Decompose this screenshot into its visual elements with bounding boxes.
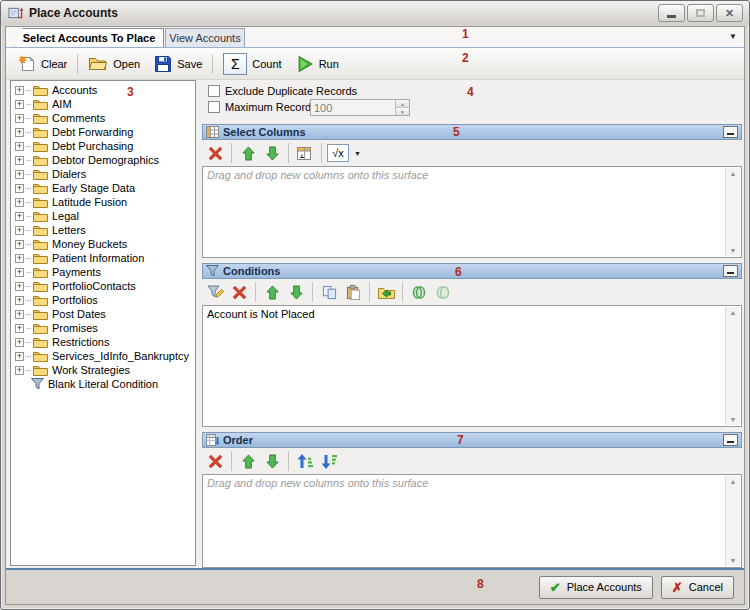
run-button[interactable]: Run bbox=[289, 50, 346, 78]
tree-expander-icon[interactable]: + bbox=[15, 310, 24, 319]
move-column-down-button[interactable] bbox=[261, 143, 283, 163]
tree-expander-icon[interactable]: + bbox=[15, 240, 24, 249]
sort-descending-button[interactable] bbox=[318, 451, 340, 471]
order-collapse-button[interactable] bbox=[723, 434, 738, 446]
tree-expander-icon[interactable]: + bbox=[15, 226, 24, 235]
tree-expander-icon[interactable]: + bbox=[15, 296, 24, 305]
tree-folder-row[interactable]: + AIM bbox=[11, 97, 195, 111]
place-accounts-button[interactable]: ✔ Place Accounts bbox=[539, 576, 653, 599]
rename-column-button[interactable] bbox=[294, 143, 316, 163]
count-button[interactable]: Σ Count bbox=[216, 50, 288, 78]
tree-folder-row[interactable]: + Debt Forwarding bbox=[11, 125, 195, 139]
tree-folder-row[interactable]: + Latitude Fusion bbox=[11, 195, 195, 209]
select-columns-surface[interactable]: Drag and drop new columns onto this surf… bbox=[202, 166, 742, 258]
tree-folder-row[interactable]: + Accounts bbox=[11, 83, 195, 97]
move-condition-up-button[interactable] bbox=[261, 282, 283, 302]
formula-button[interactable]: √x bbox=[327, 144, 349, 162]
move-order-down-button[interactable] bbox=[261, 451, 283, 471]
tree-expander-icon[interactable]: + bbox=[15, 268, 24, 277]
tree-folder-row[interactable]: + Dialers bbox=[11, 167, 195, 181]
copy-conditions-button[interactable] bbox=[318, 282, 340, 302]
tree-folder-row[interactable]: + Money Buckets bbox=[11, 237, 195, 251]
tree-expander-icon[interactable]: + bbox=[15, 184, 24, 193]
scroll-down-icon[interactable]: ▼ bbox=[730, 247, 737, 254]
tab-label: Select Accounts To Place bbox=[23, 32, 156, 44]
tree-expander-icon[interactable]: + bbox=[15, 128, 24, 137]
close-button[interactable]: ✕ bbox=[716, 4, 743, 22]
titlebar[interactable]: Place Accounts bbox=[1, 1, 749, 25]
tree-expander-icon[interactable]: + bbox=[15, 170, 24, 179]
tree-folder-row[interactable]: + Portfolios bbox=[11, 293, 195, 307]
maximum-records-checkbox[interactable] bbox=[208, 101, 220, 113]
tree-expander-icon[interactable]: + bbox=[15, 198, 24, 207]
tree-folder-row[interactable]: + PortfolioContacts bbox=[11, 279, 195, 293]
minimize-button[interactable] bbox=[658, 4, 685, 22]
tree-folder-row[interactable]: + Debtor Demographics bbox=[11, 153, 195, 167]
tree-folder-row[interactable]: + Services_IdInfo_Bankruptcy bbox=[11, 349, 195, 363]
tab-view-accounts[interactable]: View Accounts bbox=[165, 28, 245, 47]
scroll-down-icon[interactable]: ▼ bbox=[730, 557, 737, 564]
folder-tree[interactable]: + Accounts + AIM + Comments + Debt Forwa… bbox=[10, 80, 196, 566]
tree-expander-icon[interactable]: + bbox=[15, 324, 24, 333]
scroll-up-icon[interactable]: ▲ bbox=[730, 478, 737, 485]
tree-expander-icon[interactable]: + bbox=[15, 114, 24, 123]
open-button[interactable]: Open bbox=[81, 50, 147, 78]
move-order-up-button[interactable] bbox=[237, 451, 259, 471]
spinner-up-icon[interactable]: ▲ bbox=[396, 100, 409, 107]
paste-conditions-button[interactable] bbox=[342, 282, 364, 302]
order-surface[interactable]: Drag and drop new columns onto this surf… bbox=[202, 474, 742, 568]
tree-folder-row[interactable]: + Letters bbox=[11, 223, 195, 237]
tree-folder-row[interactable]: + Post Dates bbox=[11, 307, 195, 321]
delete-column-button[interactable] bbox=[204, 143, 226, 163]
edit-condition-button[interactable] bbox=[204, 282, 226, 302]
select-columns-scrollbar[interactable]: ▲ ▼ bbox=[725, 168, 740, 256]
remove-parentheses-button[interactable] bbox=[432, 282, 454, 302]
conditions-collapse-button[interactable] bbox=[723, 265, 738, 277]
tree-expander-icon[interactable]: + bbox=[15, 352, 24, 361]
tab-overflow-dropdown-icon[interactable]: ▼ bbox=[729, 32, 737, 41]
delete-order-button[interactable] bbox=[204, 451, 226, 471]
sort-ascending-button[interactable] bbox=[294, 451, 316, 471]
formula-dropdown-icon[interactable]: ▼ bbox=[354, 150, 361, 157]
spinner-down-icon[interactable]: ▼ bbox=[396, 107, 409, 115]
move-condition-down-button[interactable] bbox=[285, 282, 307, 302]
tree-folder-row[interactable]: + Debt Purchasing bbox=[11, 139, 195, 153]
tree-folder-row[interactable]: + Restrictions bbox=[11, 335, 195, 349]
tree-folder-row[interactable]: + Patient Information bbox=[11, 251, 195, 265]
scroll-down-icon[interactable]: ▼ bbox=[730, 416, 737, 423]
delete-condition-button[interactable] bbox=[228, 282, 250, 302]
maximize-button[interactable] bbox=[687, 4, 714, 22]
select-columns-collapse-button[interactable] bbox=[723, 126, 738, 138]
tree-expander-icon[interactable]: + bbox=[15, 156, 24, 165]
conditions-surface[interactable]: Account is Not Placed ▲ ▼ bbox=[202, 305, 742, 427]
cancel-button[interactable]: ✗ Cancel bbox=[661, 576, 734, 599]
clear-button[interactable]: Clear bbox=[10, 50, 74, 78]
tree-expander-icon[interactable]: + bbox=[15, 100, 24, 109]
tree-expander-icon[interactable]: + bbox=[15, 254, 24, 263]
scroll-up-icon[interactable]: ▲ bbox=[730, 170, 737, 177]
exclude-duplicates-checkbox[interactable] bbox=[208, 85, 220, 97]
tree-expander-icon[interactable]: + bbox=[15, 142, 24, 151]
tree-expander-icon[interactable]: + bbox=[15, 282, 24, 291]
tree-folder-row[interactable]: + Legal bbox=[11, 209, 195, 223]
scroll-up-icon[interactable]: ▲ bbox=[730, 309, 737, 316]
move-column-up-button[interactable] bbox=[237, 143, 259, 163]
save-button[interactable]: Save bbox=[147, 50, 209, 78]
tree-expander-icon[interactable]: + bbox=[15, 366, 24, 375]
condition-item[interactable]: Account is Not Placed bbox=[207, 308, 721, 320]
tab-select-accounts-to-place[interactable]: Select Accounts To Place bbox=[14, 28, 164, 47]
tree-folder-row[interactable]: + Early Stage Data bbox=[11, 181, 195, 195]
tree-literal-row[interactable]: Blank Literal Condition bbox=[11, 377, 195, 391]
conditions-scrollbar[interactable]: ▲ ▼ bbox=[725, 307, 740, 425]
maximum-records-input[interactable] bbox=[311, 100, 395, 115]
tree-folder-row[interactable]: + Comments bbox=[11, 111, 195, 125]
tree-folder-row[interactable]: + Work Strategies bbox=[11, 363, 195, 377]
tree-folder-row[interactable]: + Promises bbox=[11, 321, 195, 335]
tree-expander-icon[interactable]: + bbox=[15, 86, 24, 95]
order-scrollbar[interactable]: ▲ ▼ bbox=[725, 476, 740, 566]
tree-expander-icon[interactable]: + bbox=[15, 338, 24, 347]
tree-folder-row[interactable]: + Payments bbox=[11, 265, 195, 279]
tree-expander-icon[interactable]: + bbox=[15, 212, 24, 221]
set-parentheses-button[interactable] bbox=[408, 282, 430, 302]
group-conditions-folder-button[interactable] bbox=[375, 282, 397, 302]
